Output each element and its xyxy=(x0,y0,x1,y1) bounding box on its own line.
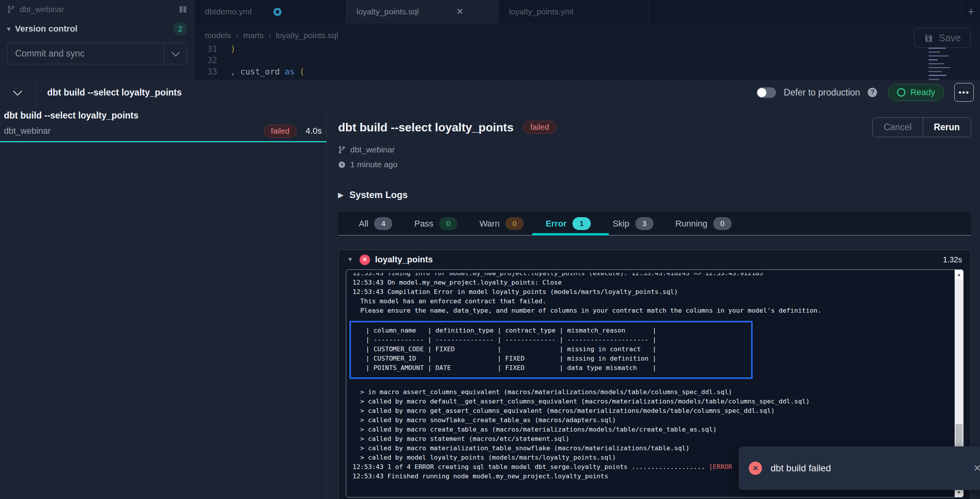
branch-name: dbt_webinar xyxy=(19,5,64,14)
log-stack-line: > in macro assert_columns_equivalent (ma… xyxy=(353,388,952,397)
log-line: This model has an enforced contract that… xyxy=(353,297,952,306)
log-table-line: | CUSTOMER_ID | | FIXED | missing in def… xyxy=(354,354,751,363)
breadcrumb-item-models[interactable]: models xyxy=(205,31,231,40)
run-list-title: dbt build --select loyalty_points xyxy=(0,105,326,121)
breadcrumb: models › marts › loyalty_points.sql xyxy=(195,23,980,48)
changes-count-badge: 2 xyxy=(173,22,187,36)
result-filter-tabs: All 4 Pass 0 Warn 0 Error 1 Skip 3 xyxy=(338,212,971,235)
code-editor-pane: dbtdemo.yml loyalty_points.sql ✕ loyalty… xyxy=(195,0,980,80)
rerun-button[interactable]: Rerun xyxy=(923,118,971,137)
filter-count-badge: 1 xyxy=(572,217,591,230)
error-toast: ✕ dbt build failed ✕ xyxy=(739,446,980,490)
contract-mismatch-highlight-box: | column_name | definition_type | contra… xyxy=(349,321,753,379)
breadcrumb-item-file[interactable]: loyalty_points.sql xyxy=(276,31,338,40)
close-tab-icon[interactable]: ✕ xyxy=(456,7,463,17)
dbt-cloud-ide: dbt_webinar ▾ Version control 2 Commit a… xyxy=(0,0,980,499)
code-token: cust_ord xyxy=(240,67,285,76)
tab-label: loyalty_points.sql xyxy=(356,7,419,16)
error-circle-icon: ✕ xyxy=(749,462,762,475)
tab-loyalty-points-sql[interactable]: loyalty_points.sql ✕ xyxy=(346,0,499,23)
filter-tab-warn[interactable]: Warn 0 xyxy=(479,212,524,235)
log-stack-line: > called by macro create_table_as (macro… xyxy=(353,425,952,434)
run-duration: 4.0s xyxy=(305,126,322,136)
result-duration: 1.32s xyxy=(943,255,962,264)
line-number: 33 xyxy=(195,66,217,78)
caret-down-icon[interactable]: ▼ xyxy=(347,256,353,263)
version-control-header[interactable]: ▾ Version control 2 xyxy=(0,19,194,39)
log-error-status: [ERROR xyxy=(709,463,732,471)
log-table-line: | CUSTOMER_CODE | FIXED | | missing in c… xyxy=(354,345,751,354)
branch-row[interactable]: dbt_webinar xyxy=(0,0,194,19)
code-token: as xyxy=(285,67,299,76)
commit-and-sync-label[interactable]: Commit and sync xyxy=(7,43,164,64)
result-model-name: loyalty_points xyxy=(375,255,433,265)
line-number: 32 xyxy=(195,55,217,66)
filter-tab-pass[interactable]: Pass 0 xyxy=(414,212,457,235)
commit-and-sync-button[interactable]: Commit and sync xyxy=(7,42,187,64)
save-label: Save xyxy=(939,32,961,44)
log-line-clipped: 12:53:43 Timing info for model.my_new_pr… xyxy=(353,273,952,278)
ide-status-badge[interactable]: Ready xyxy=(888,84,944,101)
chevron-down-icon xyxy=(13,87,22,96)
docs-book-icon[interactable] xyxy=(179,5,187,14)
breadcrumb-separator: › xyxy=(268,31,271,40)
error-circle-icon: ✕ xyxy=(360,255,370,265)
status-ring-icon xyxy=(897,88,906,97)
unsaved-dot-icon xyxy=(273,8,282,16)
status-label: Ready xyxy=(910,87,935,97)
system-logs-label: System Logs xyxy=(349,189,408,200)
git-branch-icon xyxy=(7,5,15,13)
filter-label: Running xyxy=(675,219,707,229)
toggle-knob xyxy=(757,88,766,97)
code-token: , xyxy=(230,67,240,76)
tab-loyalty-points-yml[interactable]: loyalty_points.yml xyxy=(499,0,649,23)
toast-close-icon[interactable]: ✕ xyxy=(973,463,980,474)
log-table-line: | POINTS_AMOUNT | DATE | FIXED | data ty… xyxy=(354,363,751,373)
help-icon[interactable]: ? xyxy=(868,88,877,97)
log-error-prefix: 12:53:43 1 of 4 ERROR creating sql table… xyxy=(353,463,709,471)
log-table-line: | ------------- | --------------- | ----… xyxy=(354,335,751,345)
caret-right-icon: ▶ xyxy=(338,191,343,199)
system-logs-toggle[interactable]: ▶ System Logs xyxy=(338,189,971,200)
breadcrumb-item-marts[interactable]: marts xyxy=(243,31,264,40)
code-editor-content[interactable]: 31) 32 33, cust_ord as ( xyxy=(195,44,305,78)
log-stack-line: > called by macro statement (macros/etc/… xyxy=(353,434,952,444)
filter-tab-running[interactable]: Running 0 xyxy=(675,212,732,235)
save-button[interactable]: Save xyxy=(914,28,971,48)
result-card-header[interactable]: ▼ ✕ loyalty_points 1.32s xyxy=(338,250,971,269)
run-target-name: dbt_webinar xyxy=(4,126,51,136)
editor-minimap[interactable] xyxy=(929,48,953,80)
filter-count-badge: 0 xyxy=(505,217,524,230)
filter-tab-all[interactable]: All 4 xyxy=(359,212,392,235)
run-timestamp: 1 minute ago xyxy=(350,160,397,169)
code-token: ) xyxy=(230,44,236,54)
run-detail-panel: dbt build --select loyalty_points failed… xyxy=(327,105,980,499)
collapse-drawer-button[interactable] xyxy=(0,80,35,105)
breadcrumb-separator: › xyxy=(236,31,239,40)
filter-count-badge: 4 xyxy=(374,217,392,230)
filter-tab-skip[interactable]: Skip 3 xyxy=(613,212,654,235)
cancel-button[interactable]: Cancel xyxy=(873,118,923,137)
defer-to-production-toggle[interactable] xyxy=(757,87,776,98)
tab-label: dbtdemo.yml xyxy=(205,7,252,16)
log-line: 12:53:43 Compilation Error in model loya… xyxy=(353,287,952,297)
run-branch: dbt_webinar xyxy=(350,145,395,154)
filter-tab-error[interactable]: Error 1 xyxy=(546,212,591,235)
scroll-up-arrow[interactable]: ▲ xyxy=(955,270,963,279)
clock-icon xyxy=(338,161,346,168)
version-control-label: Version control xyxy=(15,24,78,34)
tab-dbtdemo-yml[interactable]: dbtdemo.yml xyxy=(195,0,346,23)
new-tab-button[interactable]: + xyxy=(962,0,980,23)
tab-bar-empty-space xyxy=(649,0,962,23)
filter-label: Error xyxy=(546,219,567,229)
filter-label: Skip xyxy=(613,219,629,229)
chevron-down-icon: ▾ xyxy=(7,25,11,33)
run-status-badge: failed xyxy=(264,125,297,138)
editor-tab-bar: dbtdemo.yml loyalty_points.sql ✕ loyalty… xyxy=(195,0,980,23)
filter-label: Pass xyxy=(414,219,433,229)
run-detail-title: dbt build --select loyalty_points xyxy=(338,121,514,134)
log-line: Please ensure the name, data_type, and n… xyxy=(353,306,952,315)
more-options-button[interactable]: ••• xyxy=(954,83,974,102)
commit-options-chevron[interactable] xyxy=(164,43,187,64)
run-list-item[interactable]: dbt_webinar failed 4.0s xyxy=(0,121,326,142)
